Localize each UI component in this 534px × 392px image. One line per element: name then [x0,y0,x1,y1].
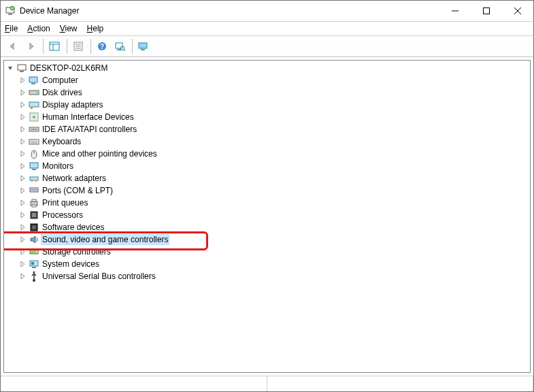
tree-item[interactable]: Human Interface Devices [4,111,530,123]
svg-rect-25 [31,83,35,84]
expander-icon[interactable] [18,100,27,110]
close-button[interactable] [502,1,533,21]
tree-item-label: Storage controllers [41,247,112,257]
svg-point-54 [32,225,36,229]
hid-icon [29,112,39,122]
tree-item[interactable]: System devices [4,258,530,270]
properties-button[interactable] [70,38,86,54]
tree-item[interactable]: Universal Serial Bus controllers [4,270,530,282]
expander-icon[interactable] [18,186,27,195]
tree-item[interactable]: Disk drives [4,86,530,99]
tree-item-label: System devices [41,259,101,269]
software-icon [29,222,39,233]
scan-hardware-button[interactable] [112,38,128,54]
svg-line-19 [124,50,125,51]
expander-icon[interactable] [18,112,27,122]
expander-icon[interactable] [18,247,27,257]
tree-item-label: Mice and other pointing devices [41,149,158,159]
svg-point-27 [36,92,37,93]
tree-item[interactable]: IDE ATA/ATAPI controllers [4,123,530,135]
tree-item-label: Network adapters [41,174,107,183]
back-button[interactable] [5,38,21,54]
tree-item-label: Keyboards [41,137,82,146]
svg-point-60 [33,279,35,282]
expander-icon[interactable] [18,76,27,85]
svg-rect-52 [32,213,36,217]
app-icon [5,5,16,16]
svg-rect-21 [141,49,145,50]
expander-icon[interactable] [18,137,27,146]
toolbar-separator [67,39,67,54]
expander-icon[interactable] [18,235,27,244]
svg-rect-7 [50,42,59,50]
show-hide-tree-button[interactable] [46,38,63,54]
tree-item[interactable]: Display adapters [4,99,530,111]
tree-item[interactable]: Storage controllers [4,246,530,258]
tree-item[interactable]: Network adapters [4,172,530,184]
menu-view[interactable]: View [60,24,78,33]
tree-item[interactable]: Ports (COM & LPT) [4,184,530,197]
forward-button[interactable] [22,38,39,54]
expander-icon[interactable] [18,149,27,159]
tree-item-label: Monitors [41,161,75,171]
disk-icon [29,87,39,98]
svg-text:?: ? [100,43,104,50]
expander-icon[interactable] [18,223,27,232]
menu-action[interactable]: Action [27,24,50,33]
expander-icon[interactable] [18,125,27,134]
toolbar-separator [90,39,91,54]
svg-rect-16 [116,43,122,48]
device-tree[interactable]: DESKTOP-02LK6RM ComputerDisk drivesDispl… [3,60,531,373]
tree-item[interactable]: Mice and other pointing devices [4,148,530,160]
menu-help[interactable]: Help [87,24,104,33]
tree-item[interactable]: Sound, video and game controllers [4,233,530,246]
expander-icon[interactable] [18,272,27,281]
expander-icon[interactable] [18,161,27,171]
tree-root[interactable]: DESKTOP-02LK6RM [4,62,530,74]
sound-icon [29,234,39,245]
svg-rect-33 [31,129,37,130]
expander-icon[interactable] [18,174,27,183]
toolbar: ? [1,36,533,57]
svg-point-61 [33,272,35,274]
svg-rect-28 [29,102,39,107]
expander-icon[interactable] [18,88,27,97]
tree-item[interactable]: Software devices [4,221,530,233]
minimize-button[interactable] [439,1,471,21]
tree-item-label: IDE ATA/ATAPI controllers [41,125,138,134]
help-button[interactable]: ? [94,38,110,54]
maximize-button[interactable] [471,1,502,21]
tree-item-label: Ports (COM & LPT) [41,186,114,195]
tree-item-label: Human Interface Devices [41,112,135,122]
svg-rect-22 [18,65,26,70]
expander-icon[interactable] [5,63,15,73]
ports-icon [29,185,39,196]
printer-icon [29,197,39,208]
computer-root-icon [16,63,27,74]
svg-point-56 [36,251,37,252]
menu-file[interactable]: File [5,24,18,33]
tree-item[interactable]: Monitors [4,160,530,172]
usb-icon [29,271,39,282]
expander-icon[interactable] [18,198,27,208]
storage-icon [29,246,39,257]
svg-rect-23 [20,71,24,72]
devices-button[interactable] [135,38,152,54]
tree-item[interactable]: Print queues [4,197,530,209]
expander-icon[interactable] [18,259,27,269]
tree-item[interactable]: Processors [4,209,530,221]
toolbar-separator [132,39,133,54]
svg-rect-41 [30,177,38,180]
computer-icon [29,75,39,86]
tree-item[interactable]: Keyboards [4,135,530,148]
display-adapter-icon [29,99,39,110]
svg-rect-20 [139,43,147,48]
svg-rect-39 [30,163,38,168]
statusbar [1,376,533,391]
system-icon [29,259,39,270]
mouse-icon [29,148,39,159]
expander-icon[interactable] [18,210,27,220]
monitor-icon [29,161,39,172]
svg-point-45 [31,189,33,191]
tree-item[interactable]: Computer [4,74,530,86]
